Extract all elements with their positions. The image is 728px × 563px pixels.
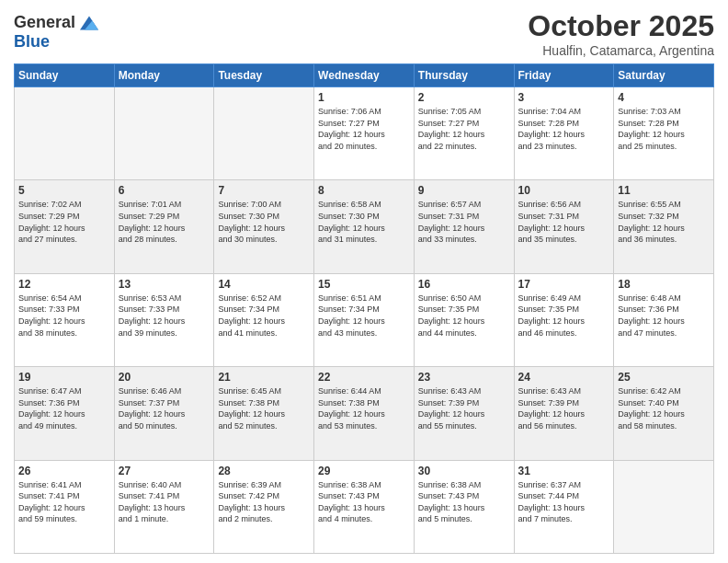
calendar-week-row: 19Sunrise: 6:47 AM Sunset: 7:36 PM Dayli… bbox=[15, 367, 714, 460]
cell-info: Sunrise: 6:58 AM Sunset: 7:30 PM Dayligh… bbox=[318, 199, 410, 245]
cell-info: Sunrise: 7:03 AM Sunset: 7:28 PM Dayligh… bbox=[618, 106, 710, 152]
cell-date-number: 9 bbox=[418, 184, 510, 197]
table-row: 7Sunrise: 7:00 AM Sunset: 7:30 PM Daylig… bbox=[214, 180, 314, 273]
table-row: 22Sunrise: 6:44 AM Sunset: 7:38 PM Dayli… bbox=[314, 367, 415, 460]
table-row: 1Sunrise: 7:06 AM Sunset: 7:27 PM Daylig… bbox=[314, 87, 415, 180]
cell-date-number: 6 bbox=[119, 184, 210, 197]
cell-info: Sunrise: 6:47 AM Sunset: 7:36 PM Dayligh… bbox=[18, 385, 110, 431]
cell-info: Sunrise: 6:39 AM Sunset: 7:42 PM Dayligh… bbox=[218, 479, 310, 525]
header-friday: Friday bbox=[514, 64, 614, 87]
table-row: 20Sunrise: 6:46 AM Sunset: 7:37 PM Dayli… bbox=[114, 367, 214, 460]
table-row: 24Sunrise: 6:43 AM Sunset: 7:39 PM Dayli… bbox=[514, 367, 614, 460]
cell-date-number: 29 bbox=[318, 465, 410, 477]
table-row: 31Sunrise: 6:37 AM Sunset: 7:44 PM Dayli… bbox=[514, 460, 614, 553]
cell-info: Sunrise: 6:54 AM Sunset: 7:33 PM Dayligh… bbox=[18, 293, 110, 339]
table-row: 30Sunrise: 6:38 AM Sunset: 7:43 PM Dayli… bbox=[414, 460, 514, 553]
cell-info: Sunrise: 6:55 AM Sunset: 7:32 PM Dayligh… bbox=[618, 199, 710, 245]
cell-date-number: 31 bbox=[518, 465, 610, 477]
header-wednesday: Wednesday bbox=[314, 64, 415, 87]
header-tuesday: Tuesday bbox=[214, 64, 314, 87]
cell-info: Sunrise: 6:41 AM Sunset: 7:41 PM Dayligh… bbox=[18, 479, 110, 525]
cell-info: Sunrise: 6:37 AM Sunset: 7:44 PM Dayligh… bbox=[518, 479, 610, 525]
cell-date-number: 3 bbox=[518, 91, 610, 104]
cell-info: Sunrise: 6:56 AM Sunset: 7:31 PM Dayligh… bbox=[518, 199, 610, 245]
weekday-header-row: Sunday Monday Tuesday Wednesday Thursday… bbox=[15, 64, 714, 87]
table-row: 15Sunrise: 6:51 AM Sunset: 7:34 PM Dayli… bbox=[314, 273, 415, 366]
cell-info: Sunrise: 7:05 AM Sunset: 7:27 PM Dayligh… bbox=[418, 106, 510, 152]
cell-info: Sunrise: 6:43 AM Sunset: 7:39 PM Dayligh… bbox=[418, 385, 510, 431]
table-row bbox=[15, 87, 115, 180]
table-row: 19Sunrise: 6:47 AM Sunset: 7:36 PM Dayli… bbox=[15, 367, 115, 460]
table-row: 27Sunrise: 6:40 AM Sunset: 7:41 PM Dayli… bbox=[114, 460, 214, 553]
cell-date-number: 16 bbox=[418, 278, 510, 291]
cell-info: Sunrise: 7:04 AM Sunset: 7:28 PM Dayligh… bbox=[518, 106, 610, 152]
table-row: 4Sunrise: 7:03 AM Sunset: 7:28 PM Daylig… bbox=[614, 87, 714, 180]
cell-info: Sunrise: 6:49 AM Sunset: 7:35 PM Dayligh… bbox=[518, 293, 610, 339]
table-row: 5Sunrise: 7:02 AM Sunset: 7:29 PM Daylig… bbox=[15, 180, 115, 273]
table-row: 29Sunrise: 6:38 AM Sunset: 7:43 PM Dayli… bbox=[314, 460, 415, 553]
cell-info: Sunrise: 7:00 AM Sunset: 7:30 PM Dayligh… bbox=[218, 199, 310, 245]
cell-info: Sunrise: 6:38 AM Sunset: 7:43 PM Dayligh… bbox=[418, 479, 510, 525]
table-row: 16Sunrise: 6:50 AM Sunset: 7:35 PM Dayli… bbox=[414, 273, 514, 366]
cell-date-number: 23 bbox=[418, 371, 510, 384]
cell-date-number: 22 bbox=[318, 371, 410, 384]
header-monday: Monday bbox=[114, 64, 214, 87]
cell-info: Sunrise: 6:53 AM Sunset: 7:33 PM Dayligh… bbox=[119, 293, 210, 339]
cell-date-number: 17 bbox=[518, 278, 610, 291]
cell-date-number: 27 bbox=[119, 465, 210, 477]
cell-date-number: 24 bbox=[518, 371, 610, 384]
calendar-week-row: 5Sunrise: 7:02 AM Sunset: 7:29 PM Daylig… bbox=[15, 180, 714, 273]
table-row: 11Sunrise: 6:55 AM Sunset: 7:32 PM Dayli… bbox=[614, 180, 714, 273]
calendar-week-row: 1Sunrise: 7:06 AM Sunset: 7:27 PM Daylig… bbox=[15, 87, 714, 180]
table-row: 12Sunrise: 6:54 AM Sunset: 7:33 PM Dayli… bbox=[15, 273, 115, 366]
table-row: 9Sunrise: 6:57 AM Sunset: 7:31 PM Daylig… bbox=[414, 180, 514, 273]
cell-date-number: 5 bbox=[18, 184, 110, 197]
table-row: 23Sunrise: 6:43 AM Sunset: 7:39 PM Dayli… bbox=[414, 367, 514, 460]
table-row: 2Sunrise: 7:05 AM Sunset: 7:27 PM Daylig… bbox=[414, 87, 514, 180]
logo-blue: Blue bbox=[14, 32, 50, 51]
cell-info: Sunrise: 6:52 AM Sunset: 7:34 PM Dayligh… bbox=[218, 293, 310, 339]
table-row: 28Sunrise: 6:39 AM Sunset: 7:42 PM Dayli… bbox=[214, 460, 314, 553]
header-saturday: Saturday bbox=[614, 64, 714, 87]
table-row: 14Sunrise: 6:52 AM Sunset: 7:34 PM Dayli… bbox=[214, 273, 314, 366]
table-row bbox=[614, 460, 714, 553]
cell-date-number: 2 bbox=[418, 91, 510, 104]
cell-info: Sunrise: 6:50 AM Sunset: 7:35 PM Dayligh… bbox=[418, 293, 510, 339]
cell-date-number: 4 bbox=[618, 91, 710, 104]
cell-date-number: 11 bbox=[618, 184, 710, 197]
logo-text-area: General Blue bbox=[14, 13, 98, 52]
cell-date-number: 26 bbox=[18, 465, 110, 477]
table-row: 10Sunrise: 6:56 AM Sunset: 7:31 PM Dayli… bbox=[514, 180, 614, 273]
cell-info: Sunrise: 6:45 AM Sunset: 7:38 PM Dayligh… bbox=[218, 385, 310, 431]
table-row: 25Sunrise: 6:42 AM Sunset: 7:40 PM Dayli… bbox=[614, 367, 714, 460]
cell-info: Sunrise: 6:51 AM Sunset: 7:34 PM Dayligh… bbox=[318, 293, 410, 339]
cell-info: Sunrise: 7:06 AM Sunset: 7:27 PM Dayligh… bbox=[318, 106, 410, 152]
cell-info: Sunrise: 6:57 AM Sunset: 7:31 PM Dayligh… bbox=[418, 199, 510, 245]
table-row: 3Sunrise: 7:04 AM Sunset: 7:28 PM Daylig… bbox=[514, 87, 614, 180]
table-row bbox=[214, 87, 314, 180]
cell-date-number: 14 bbox=[218, 278, 310, 291]
table-row: 13Sunrise: 6:53 AM Sunset: 7:33 PM Dayli… bbox=[114, 273, 214, 366]
cell-date-number: 18 bbox=[618, 278, 710, 291]
table-row: 6Sunrise: 7:01 AM Sunset: 7:29 PM Daylig… bbox=[114, 180, 214, 273]
cell-date-number: 1 bbox=[318, 91, 410, 104]
cell-date-number: 28 bbox=[218, 465, 310, 477]
header-sunday: Sunday bbox=[15, 64, 115, 87]
cell-date-number: 30 bbox=[418, 465, 510, 477]
cell-date-number: 25 bbox=[618, 371, 710, 384]
title-area: October 2025 Hualfin, Catamarca, Argenti… bbox=[528, 9, 714, 58]
table-row: 8Sunrise: 6:58 AM Sunset: 7:30 PM Daylig… bbox=[314, 180, 415, 273]
cell-info: Sunrise: 6:43 AM Sunset: 7:39 PM Dayligh… bbox=[518, 385, 610, 431]
cell-info: Sunrise: 7:02 AM Sunset: 7:29 PM Dayligh… bbox=[18, 199, 110, 245]
table-row: 21Sunrise: 6:45 AM Sunset: 7:38 PM Dayli… bbox=[214, 367, 314, 460]
calendar-week-row: 12Sunrise: 6:54 AM Sunset: 7:33 PM Dayli… bbox=[15, 273, 714, 366]
cell-date-number: 10 bbox=[518, 184, 610, 197]
cell-info: Sunrise: 6:44 AM Sunset: 7:38 PM Dayligh… bbox=[318, 385, 410, 431]
page: General Blue October 2025 Hualfin, Catam… bbox=[0, 0, 728, 563]
cell-info: Sunrise: 6:46 AM Sunset: 7:37 PM Dayligh… bbox=[119, 385, 210, 431]
logo-icon bbox=[80, 14, 98, 32]
location-subtitle: Hualfin, Catamarca, Argentina bbox=[528, 43, 714, 58]
cell-info: Sunrise: 6:42 AM Sunset: 7:40 PM Dayligh… bbox=[618, 385, 710, 431]
cell-info: Sunrise: 7:01 AM Sunset: 7:29 PM Dayligh… bbox=[119, 199, 210, 245]
table-row bbox=[114, 87, 214, 180]
